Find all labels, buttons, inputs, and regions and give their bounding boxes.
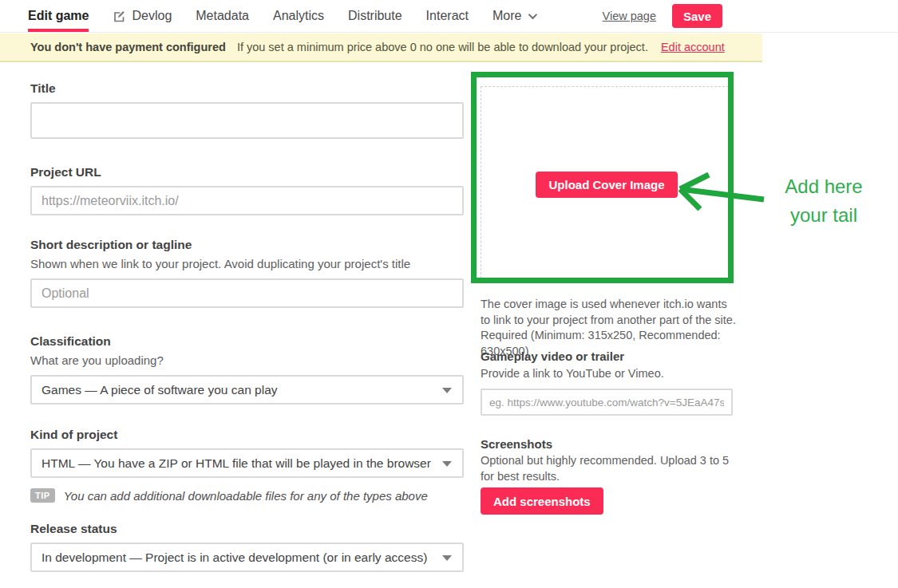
top-nav: Edit game Devlog Metadata Analytics — [0, 0, 898, 33]
upload-cover-image-button[interactable]: Upload Cover Image — [536, 172, 677, 198]
gameplay-video-helper: Provide a link to YouTube or Vimeo. — [481, 366, 664, 382]
select-caret-icon — [442, 388, 452, 393]
classification-helper: What are you uploading? — [30, 353, 464, 367]
tab-devlog[interactable]: Devlog — [113, 0, 172, 32]
save-button[interactable]: Save — [672, 4, 722, 28]
banner-text: If you set a minimum price above 0 no on… — [237, 41, 648, 53]
tip-badge: TIP — [30, 488, 55, 503]
release-status-selected-value: In development — Project is in active de… — [42, 551, 427, 565]
tab-metadata[interactable]: Metadata — [196, 0, 249, 32]
screenshots-label: Screenshots — [481, 437, 552, 451]
tab-distribute-label: Distribute — [348, 9, 402, 23]
release-status-label: Release status — [30, 522, 464, 536]
cover-image-dropzone[interactable]: Upload Cover Image — [481, 86, 733, 282]
short-description-helper: Shown when we link to your project. Avoi… — [30, 257, 464, 270]
kind-of-project-selected-value: HTML — You have a ZIP or HTML file that … — [42, 456, 431, 471]
select-caret-icon — [442, 555, 452, 561]
chevron-down-icon — [528, 10, 537, 19]
tab-distribute[interactable]: Distribute — [348, 0, 402, 32]
release-status-select[interactable]: In development — Project is in active de… — [30, 543, 464, 572]
annotation-text: Add here your tail — [760, 172, 888, 230]
title-input[interactable] — [30, 102, 464, 139]
tab-devlog-label: Devlog — [132, 9, 172, 23]
pencil-square-icon — [113, 10, 126, 23]
screenshots-helper: Optional but highly recommended. Upload … — [481, 453, 738, 484]
classification-label: Classification — [30, 334, 464, 349]
gameplay-video-input[interactable] — [481, 389, 733, 416]
menu-more-label: More — [493, 9, 521, 23]
annotation-text-line1: Add here — [760, 172, 888, 201]
tab-analytics-label: Analytics — [273, 9, 324, 23]
view-page-link[interactable]: View page — [603, 10, 656, 22]
title-label: Title — [30, 81, 464, 96]
edit-account-link[interactable]: Edit account — [661, 41, 725, 53]
kind-of-project-label: Kind of project — [30, 428, 464, 442]
edit-game-form: Title Project URL Short description or t… — [30, 81, 464, 572]
project-url-input[interactable] — [30, 186, 464, 215]
classification-select[interactable]: Games — A piece of software you can play — [30, 375, 464, 404]
add-screenshots-button[interactable]: Add screenshots — [481, 487, 603, 515]
tab-metadata-label: Metadata — [196, 9, 249, 23]
payment-warning-banner: You don't have payment configured If you… — [0, 34, 762, 62]
select-caret-icon — [442, 461, 452, 467]
tab-edit-game[interactable]: Edit game — [28, 0, 89, 32]
classification-selected-value: Games — A piece of software you can play — [42, 383, 278, 397]
tab-interact[interactable]: Interact — [426, 0, 469, 32]
edit-game-page: Edit game Devlog Metadata Analytics — [0, 0, 898, 588]
tip-row: TIP You can add additional downloadable … — [30, 488, 464, 503]
short-description-input[interactable] — [30, 278, 464, 308]
banner-bold-text: You don't have payment configured — [30, 41, 226, 53]
tab-interact-label: Interact — [426, 9, 469, 23]
annotation-text-line2: your tail — [760, 201, 888, 230]
tab-analytics[interactable]: Analytics — [273, 0, 324, 32]
gameplay-video-label: Gameplay video or trailer — [481, 349, 624, 363]
tab-edit-game-label: Edit game — [28, 9, 89, 23]
project-url-label: Project URL — [30, 165, 464, 180]
short-description-label: Short description or tagline — [30, 238, 464, 252]
menu-more[interactable]: More — [493, 0, 535, 32]
kind-of-project-select[interactable]: HTML — You have a ZIP or HTML file that … — [30, 448, 464, 478]
tip-text: You can add additional downloadable file… — [64, 489, 428, 503]
